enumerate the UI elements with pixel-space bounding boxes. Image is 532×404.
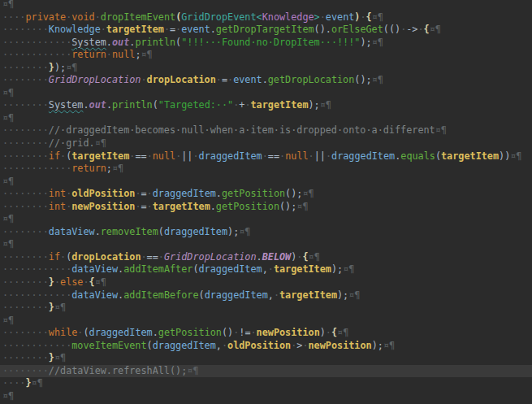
code-line[interactable]: ········}¤¶ bbox=[0, 302, 532, 315]
whitespace-dots: ············ bbox=[2, 340, 71, 351]
whitespace-dots: ···· bbox=[2, 11, 25, 23]
code-line[interactable]: ············return·null;¤¶ bbox=[0, 49, 532, 62]
whitespace-dots: ········ bbox=[2, 137, 49, 149]
line-ending-marker: ¤¶ bbox=[2, 176, 14, 187]
code-line[interactable]: ············moveItemEvent(draggedItem,·o… bbox=[0, 340, 532, 353]
code-line[interactable]: ········}¤¶ bbox=[0, 352, 532, 365]
whitespace-dots: · bbox=[192, 150, 198, 162]
token-keyword: private bbox=[25, 11, 66, 23]
whitespace-dots: ········ bbox=[2, 251, 49, 263]
token-variable: targetItem bbox=[106, 24, 164, 35]
token-plain: . bbox=[257, 251, 262, 263]
code-line[interactable]: ············System.out.println("!!!···Fo… bbox=[0, 37, 532, 50]
line-ending-marker: ¤¶ bbox=[66, 62, 77, 73]
token-plain: == bbox=[135, 150, 146, 162]
token-plain: ( bbox=[435, 150, 441, 162]
code-line[interactable]: ¤¶ bbox=[0, 176, 532, 189]
token-variable: targetItem bbox=[279, 289, 337, 301]
code-line[interactable]: ¤¶ bbox=[0, 390, 532, 403]
token-plain: . bbox=[210, 201, 216, 212]
token-plain: (); bbox=[354, 74, 371, 85]
token-string: "!!!···Found·no·DropItem···!!!" bbox=[181, 37, 360, 48]
whitespace-dots: · bbox=[135, 201, 141, 212]
whitespace-dots: · bbox=[268, 263, 274, 275]
token-method: orElseGet bbox=[331, 24, 383, 35]
token-brace: { bbox=[366, 11, 372, 23]
token-plain: ( bbox=[153, 99, 158, 111]
code-line[interactable]: ¤¶ bbox=[0, 213, 532, 226]
token-plain: () bbox=[222, 327, 233, 338]
code-line[interactable]: ········int·oldPosition·=·draggedItem.ge… bbox=[0, 188, 532, 201]
code-line[interactable]: ¤¶ bbox=[0, 238, 532, 251]
token-plain: ( bbox=[83, 327, 89, 338]
whitespace-dots: ········ bbox=[2, 62, 49, 73]
line-ending-marker: ¤¶ bbox=[372, 11, 383, 23]
token-plain: . bbox=[210, 24, 216, 35]
token-keyword: void bbox=[71, 11, 94, 23]
token-identifier: dataView bbox=[71, 263, 118, 275]
code-line[interactable]: ········dataView.removeItem(draggedItem)… bbox=[0, 226, 532, 239]
token-keyword: int bbox=[49, 188, 66, 199]
line-ending-marker: ¤¶ bbox=[2, 87, 14, 98]
whitespace-dots: ········ bbox=[2, 188, 49, 199]
token-plain: == bbox=[147, 251, 158, 263]
code-line-current[interactable]: ········//dataView.refreshAll();¤¶ bbox=[0, 365, 532, 378]
token-plain: ); bbox=[331, 263, 343, 275]
token-variable: targetItem bbox=[153, 201, 210, 212]
whitespace-dots: ········ bbox=[2, 327, 49, 338]
code-line[interactable]: ········Knowledge·targetItem·=·event.get… bbox=[0, 24, 532, 37]
line-ending-marker: ¤¶ bbox=[372, 37, 383, 48]
code-line[interactable]: ········if·(targetItem·==·null·||·dragge… bbox=[0, 150, 532, 163]
line-ending-marker: ¤¶ bbox=[383, 340, 395, 351]
code-line[interactable]: ········if·(dropLocation·==·GridDropLoca… bbox=[0, 251, 532, 264]
token-variable: newPosition bbox=[71, 201, 135, 212]
code-line[interactable]: ····private·void·dropItemEvent(GridDropE… bbox=[0, 11, 532, 24]
code-line[interactable]: ····}¤¶ bbox=[0, 377, 532, 390]
line-ending-marker: ¤¶ bbox=[320, 99, 331, 111]
code-line[interactable]: ········System.out.println("Targeted:··"… bbox=[0, 99, 532, 112]
whitespace-dots: · bbox=[141, 74, 146, 85]
token-system-warning: System bbox=[49, 99, 84, 111]
token-brace: { bbox=[424, 24, 430, 35]
code-line[interactable]: ¤¶ bbox=[0, 87, 532, 100]
code-line[interactable]: ········while·(draggedItem.getPosition()… bbox=[0, 327, 532, 340]
code-line[interactable]: ············return;¤¶ bbox=[0, 163, 532, 176]
token-variable: oldPosition bbox=[71, 188, 135, 199]
code-line[interactable]: ········int·newPosition·=·targetItem.get… bbox=[0, 201, 532, 214]
token-plain: . bbox=[153, 327, 158, 338]
code-line[interactable]: ············dataView.addItemBefore(dragg… bbox=[0, 289, 532, 302]
code-line[interactable]: ········GridDropLocation·dropLocation·=·… bbox=[0, 74, 532, 87]
token-identifier: draggedItem bbox=[164, 226, 227, 237]
line-ending-marker: ¤¶ bbox=[2, 390, 14, 402]
token-variable: newPosition bbox=[309, 340, 372, 351]
line-ending-marker: ¤¶ bbox=[54, 352, 66, 363]
code-line[interactable]: ········//·grid.¤¶ bbox=[0, 137, 532, 150]
whitespace-dots: · bbox=[251, 327, 257, 338]
token-method: dropItemEvent bbox=[101, 11, 175, 23]
token-brace: { bbox=[331, 327, 337, 338]
token-method: getPosition bbox=[216, 201, 279, 212]
code-editor[interactable]: ¤¶····private·void·dropItemEvent(GridDro… bbox=[0, 0, 532, 403]
code-line[interactable]: ········}·else·{¤¶ bbox=[0, 276, 532, 289]
line-ending-marker: ¤¶ bbox=[32, 377, 43, 389]
whitespace-dots: ········ bbox=[2, 352, 49, 363]
code-line[interactable]: ¤¶ bbox=[0, 315, 532, 328]
code-line[interactable]: ¤¶ bbox=[0, 112, 532, 125]
token-method: println bbox=[112, 99, 153, 111]
token-brace: } bbox=[49, 62, 54, 73]
token-variable: oldPosition bbox=[227, 340, 291, 351]
token-keyword: int bbox=[49, 201, 66, 212]
token-method: addItemBefore bbox=[123, 289, 198, 301]
code-line[interactable]: ¤¶ bbox=[0, 0, 532, 11]
whitespace-dots: ············ bbox=[2, 37, 71, 48]
whitespace-dots: · bbox=[302, 340, 308, 351]
code-line[interactable]: ········//·draggedItem·becomes·null·when… bbox=[0, 124, 532, 137]
whitespace-dots: ············ bbox=[2, 49, 71, 60]
whitespace-dots: ········ bbox=[2, 365, 49, 376]
whitespace-dots: ············ bbox=[2, 263, 71, 275]
code-line[interactable]: ········});¤¶ bbox=[0, 62, 532, 75]
whitespace-dots: · bbox=[274, 289, 279, 301]
code-line[interactable]: ············dataView.addItemAfter(dragge… bbox=[0, 263, 532, 276]
token-plain: , bbox=[262, 263, 268, 275]
whitespace-dots: ········ bbox=[2, 24, 49, 35]
